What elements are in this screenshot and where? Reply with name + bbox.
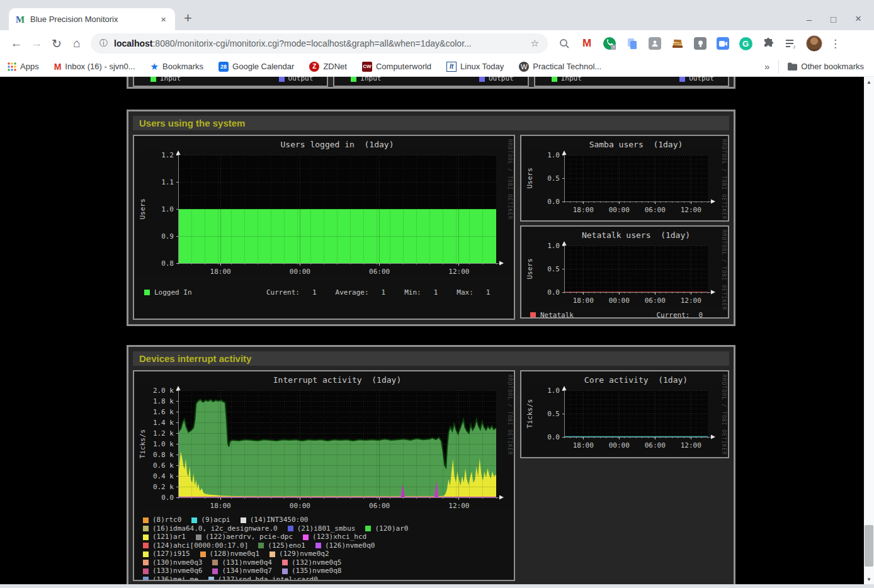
scrollbar-thumb[interactable] [865,525,873,567]
profile-avatar[interactable] [806,35,822,52]
svg-text:1.6 k: 1.6 k [153,408,174,416]
svg-text:1.0: 1.0 [547,242,560,250]
window-close-button[interactable]: × [855,13,861,25]
network-graph-panel[interactable]: Input Output [333,77,528,87]
gmail-icon: M [54,62,62,72]
playlist-icon[interactable]: ♪ [783,36,798,51]
svg-text:18:00: 18:00 [573,206,594,214]
back-button[interactable]: ← [6,37,26,50]
new-tab-button[interactable]: + [184,10,192,26]
copy-pages-icon[interactable] [625,36,640,51]
legend-item: (126)nvme0q0 [315,542,375,550]
rrdtool-watermark: RRDTOOL / TOBI OETIKER [507,139,513,220]
legend-item: (8)rtc0 [143,516,181,524]
vertical-scrollbar[interactable]: ▲ ▼ [864,77,874,584]
rrdtool-watermark: RRDTOOL / TOBI OETIKER [721,375,727,455]
core-activity-chart[interactable]: 0.00.51.018:0000:0006:0012:00Ticks/s [524,385,725,452]
legend-swatch [303,534,309,540]
legend-swatch [351,77,356,82]
address-bar[interactable]: ⓘ localhost:8080/monitorix-cgi/monitorix… [91,33,548,54]
interrupt-activity-graph-panel[interactable]: Interrupt activity (1day) 0.00.2 k0.4 k0… [133,370,515,581]
tab-close-icon[interactable]: × [158,14,169,25]
linux-today-icon: lt [446,62,457,72]
network-graph-panel[interactable]: Input Output [133,77,328,87]
legend-row: (136)mei_me(137)snd_hda_intel:card0 [143,576,511,582]
svg-text:00:00: 00:00 [609,206,630,214]
extensions-puzzle-icon[interactable] [761,36,776,51]
users-section: Users using the system Users logged in (… [127,110,735,326]
legend-item: (133)nvme0q6 [143,567,202,575]
netatalk-users-graph-panel[interactable]: Netatalk users (1day) 0.00.51.018:0000:0… [520,225,729,319]
gmail-extension-icon[interactable]: M [579,36,594,51]
svg-text:06:00: 06:00 [369,502,390,510]
core-activity-graph-panel[interactable]: Core activity (1day) 0.00.51.018:0000:00… [520,370,729,458]
site-info-icon[interactable]: ⓘ [99,38,108,49]
bookmark-inbox[interactable]: M Inbox (16) - sjvn0... [54,62,135,72]
url-text[interactable]: localhost:8080/monitorix-cgi/monitorix.c… [114,38,526,48]
svg-text:12:00: 12:00 [681,441,701,449]
legend-swatch [479,77,485,82]
svg-text:00:00: 00:00 [609,297,630,305]
profile-badge-icon[interactable] [647,36,662,51]
reload-button[interactable]: ↻ [47,37,67,51]
legend-swatch [241,517,246,523]
svg-text:0.5: 0.5 [547,174,560,183]
interrupt-activity-chart[interactable]: 0.00.2 k0.4 k0.6 k0.8 k1.0 k1.2 k1.4 k1.… [137,385,513,510]
bookmark-zdnet[interactable]: Z ZDNet [309,62,347,72]
bookmark-linux-today[interactable]: lt Linux Today [446,62,504,72]
legend-item: (127)i915 [143,550,190,558]
svg-text:1.4 k: 1.4 k [153,419,174,427]
samba-users-graph-panel[interactable]: Samba users (1day) 0.00.51.018:0000:0006… [520,135,729,222]
bookmark-bookmarks[interactable]: ★ Bookmarks [150,61,203,72]
video-camera-icon[interactable] [715,36,730,51]
bookmark-practical-technology[interactable]: W Practical Technol... [519,62,601,72]
tab-strip: M Blue Precision Monitorix × + – □ × [0,0,874,30]
samba-users-chart[interactable]: 0.00.51.018:0000:0006:0012:00Users [524,150,725,217]
netatalk-users-chart[interactable]: 0.00.51.018:0000:0006:0012:00Users [524,240,725,307]
calendar-icon: 28 [219,62,229,72]
browser-menu-icon[interactable]: ⋮ [830,37,841,50]
svg-text:1.0: 1.0 [547,151,560,159]
browser-toolbar: ← → ↻ ⌂ ⓘ localhost:8080/monitorix-cgi/m… [0,30,874,57]
scrollbar-up-arrow[interactable]: ▲ [864,77,874,87]
window-maximize-button[interactable]: □ [831,14,836,25]
monitorix-favicon: M [15,14,25,25]
url-rest: :8080/monitorix-cgi/monitorix.cgi?mode=l… [152,38,471,48]
chart-title: Interrupt activity (1day) [178,375,496,385]
legend-swatch [679,77,685,82]
forward-button[interactable]: → [26,37,47,50]
bookmark-computerworld[interactable]: CW Computerworld [362,62,431,72]
legend-swatch [143,534,149,540]
bookmark-google-calendar[interactable]: 28 Google Calendar [219,62,294,72]
legend-swatch [143,543,149,548]
bookmark-apps[interactable]: Apps [8,62,39,71]
network-graph-panel[interactable]: Input Output [534,77,729,87]
home-button[interactable]: ⌂ [67,37,87,50]
users-logged-in-graph-panel[interactable]: Users logged in (1day) 0.80.91.01.11.218… [133,135,515,320]
svg-text:M: M [16,14,25,25]
svg-text:0.5: 0.5 [547,265,560,273]
svg-text:0.8: 0.8 [161,259,174,268]
bookmark-star-icon[interactable]: ☆ [531,38,539,49]
scrollbar-down-arrow[interactable]: ▼ [864,574,874,584]
users-logged-in-chart[interactable]: 0.80.91.01.11.218:0000:0006:0012:00Users [137,150,513,276]
devices-interrupt-section: Devices interrupt activity Interrupt act… [127,345,735,584]
svg-text:00:00: 00:00 [290,268,310,276]
svg-text:0.0: 0.0 [547,288,560,297]
legend-item: (137)snd_hda_intel:card0 [208,576,318,582]
tab-title: Blue Precision Monitorix [30,14,158,24]
browser-tab[interactable]: M Blue Precision Monitorix × [9,8,175,30]
legend-swatch [208,577,214,581]
phone-extension-icon[interactable]: ? [602,36,617,51]
svg-text:00:00: 00:00 [609,441,630,449]
window-minimize-button[interactable]: – [807,14,812,25]
grammarly-icon[interactable]: G [738,36,753,51]
other-bookmarks[interactable]: Other bookmarks [788,62,864,71]
search-icon[interactable] [557,36,572,51]
lamp-extension-icon[interactable] [693,36,708,51]
books-stack-icon[interactable] [670,36,685,51]
svg-text:1.0: 1.0 [547,387,560,395]
bookmarks-overflow-chevron[interactable]: » [764,61,769,72]
legend-swatch [143,526,149,531]
svg-text:12:00: 12:00 [448,268,469,276]
